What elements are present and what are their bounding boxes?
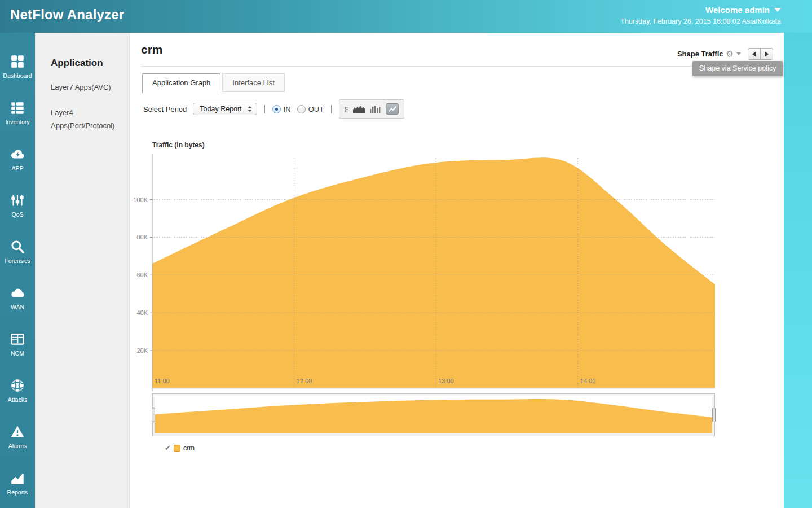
svg-text:12:00: 12:00 [297, 378, 312, 384]
wan-cloud-icon [10, 285, 25, 301]
sidebar-item-app[interactable]: APP [0, 135, 35, 182]
sidebar-item-label: Reports [7, 489, 28, 496]
shape-traffic-tooltip: Shape via Service policy [692, 61, 783, 76]
sidebar-item-forensics[interactable]: Forensics [0, 228, 35, 274]
welcome-text: Welcome admin [705, 5, 770, 15]
traffic-area-chart: 20K40K60K80K100K11:0012:0013:0014:00 [133, 150, 722, 393]
sidebar-item-dashboard[interactable]: Dashboard [0, 43, 35, 89]
tab-application-graph[interactable]: Application Graph [142, 73, 220, 93]
ncm-window-icon [10, 331, 25, 347]
datetime-text: Thursday, February 26, 2015 16:08:02 Asi… [620, 17, 781, 25]
area-series-crm [152, 157, 715, 388]
sidebar-item-label: QoS [11, 211, 23, 218]
area-chart-icon[interactable] [353, 105, 365, 113]
sidebar-item-label: APP [11, 165, 23, 172]
chart-navigator[interactable] [152, 393, 715, 436]
next-interface-button[interactable] [760, 48, 773, 60]
drag-grip-icon[interactable] [345, 107, 348, 112]
sidebar-item-label: Attacks [8, 396, 27, 403]
background-strip [784, 33, 812, 508]
secondary-sidebar: Application Layer7 Apps(AVC) Layer4 Apps… [35, 33, 130, 508]
legend-swatch [174, 445, 180, 452]
reports-chart-icon [10, 470, 25, 486]
app-header: NetFlow Analyzer Welcome admin Thursday,… [0, 0, 812, 33]
sidebar-item-wan[interactable]: WAN [0, 274, 35, 321]
primary-sidebar: DashboardInventoryAPPQoSForensicsWANNCMA… [0, 33, 35, 508]
sidebar-item-layer7-apps[interactable]: Layer7 Apps(AVC) [51, 81, 121, 94]
netflow-analyzer-app: NetFlow Analyzer Welcome admin Thursday,… [0, 0, 812, 508]
page-title: crm [141, 43, 163, 56]
caret-down-icon[interactable] [736, 52, 741, 55]
divider [264, 105, 265, 113]
sidebar-item-label: Inventory [5, 119, 29, 125]
radio-in[interactable]: IN [272, 105, 291, 113]
sidebar-item-alarms[interactable]: Alarms [0, 413, 35, 459]
sidebar-item-inventory[interactable]: Inventory [0, 89, 35, 135]
qos-sliders-icon [10, 192, 25, 208]
main-content: crm Shape Traffic ⚙ Shape via Service po… [130, 33, 784, 508]
sidebar-item-label: Alarms [8, 443, 27, 449]
chevron-down-icon [774, 8, 781, 12]
navigator-right-handle[interactable] [712, 408, 716, 422]
chart-title: Traffic (in bytes) [152, 141, 205, 149]
arrow-left-icon [752, 51, 756, 57]
shape-traffic-label: Shape Traffic [677, 50, 723, 58]
arrow-right-icon [765, 51, 769, 57]
alarms-warning-icon [10, 424, 25, 440]
divider [141, 66, 784, 67]
navigator-area-chart [155, 396, 712, 433]
sidebar-item-reports[interactable]: Reports [0, 459, 35, 506]
select-period-label: Select Period [143, 105, 187, 113]
app-title: NetFlow Analyzer [10, 7, 124, 23]
user-menu[interactable]: Welcome admin [705, 5, 781, 15]
period-select[interactable]: Today Report [193, 103, 257, 115]
period-select-value: Today Report [200, 105, 241, 113]
sidebar-item-label: Dashboard [3, 72, 32, 79]
attacks-globe-icon [10, 378, 25, 393]
svg-text:100K: 100K [133, 196, 148, 203]
radio-out-control[interactable] [297, 105, 306, 113]
select-stepper-icon [248, 106, 252, 112]
svg-text:13:00: 13:00 [438, 378, 454, 384]
gear-icon[interactable]: ⚙ [726, 50, 734, 58]
prev-interface-button[interactable] [748, 48, 761, 60]
navigator-left-handle[interactable] [152, 408, 155, 422]
tab-interface-list[interactable]: Interface List [222, 73, 284, 92]
forensics-search-icon [10, 239, 25, 255]
sidebar-item-layer4-apps[interactable]: Layer4 Apps(Port/Protocol) [51, 107, 121, 133]
svg-text:14:00: 14:00 [580, 378, 596, 384]
sidebar-section-title: Application [51, 58, 129, 69]
radio-out[interactable]: OUT [297, 105, 324, 113]
radio-out-label: OUT [308, 105, 324, 113]
navigator-area-series [155, 399, 712, 433]
svg-text:40K: 40K [136, 309, 148, 316]
svg-text:11:00: 11:00 [155, 378, 170, 384]
sidebar-item-label: Forensics [5, 257, 30, 264]
chart-type-toolbar [339, 99, 404, 119]
sidebar-item-qos[interactable]: QoS [0, 182, 35, 228]
radio-in-label: IN [284, 105, 291, 113]
sidebar-item-attacks[interactable]: Attacks [0, 367, 35, 413]
dashboard-icon [10, 54, 25, 69]
check-icon: ✔ [165, 444, 171, 452]
legend-item-crm[interactable]: ✔ crm [165, 444, 195, 452]
sidebar-item-label: WAN [11, 304, 24, 310]
sidebar-item-label: NCM [11, 350, 24, 357]
svg-text:60K: 60K [136, 271, 148, 278]
radio-in-control[interactable] [272, 105, 281, 113]
line-chart-icon[interactable] [386, 103, 399, 115]
legend-label: crm [183, 444, 195, 452]
divider [331, 105, 332, 113]
bar-chart-icon[interactable] [370, 105, 381, 113]
inventory-icon [10, 100, 25, 116]
svg-text:20K: 20K [136, 347, 148, 354]
sidebar-item-ncm[interactable]: NCM [0, 321, 35, 367]
svg-text:80K: 80K [136, 234, 148, 240]
app-cloud-icon [10, 146, 25, 162]
